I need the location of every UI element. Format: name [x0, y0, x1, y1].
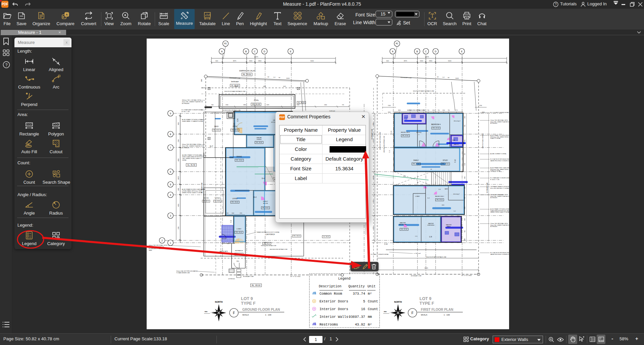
svg-text:GROUND FLOOR PLAN: GROUND FLOOR PLAN — [242, 308, 280, 311]
svg-text:3: 3 — [295, 16, 296, 19]
svg-text:1125: 1125 — [373, 139, 374, 142]
svg-text:BOTHSIDES: BOTHSIDES — [490, 226, 497, 227]
svg-text:WITH 6mm THK. GREEN TINTED: WITH 6mm THK. GREEN TINTED — [490, 169, 509, 170]
svg-text:A1: A1 — [224, 42, 227, 45]
svg-text:24250: 24250 — [178, 176, 179, 180]
svg-text:90°: 90° — [448, 77, 450, 78]
svg-text:Restrooms: Restrooms — [319, 323, 338, 327]
svg-text:2775: 2775 — [455, 110, 458, 111]
svg-text:FFL. 83.20: FFL. 83.20 — [293, 235, 300, 237]
svg-text:1700: 1700 — [479, 105, 482, 106]
svg-text:2525: 2525 — [240, 213, 242, 214]
svg-text:BEDROOM 3: BEDROOM 3 — [401, 131, 410, 133]
svg-text:43.92: 43.92 — [355, 323, 365, 327]
svg-text:2500: 2500 — [178, 227, 179, 229]
svg-text:3075: 3075 — [283, 86, 286, 87]
svg-text:C: C — [425, 50, 427, 53]
svg-text:LANDSCAPE: LANDSCAPE — [219, 250, 228, 252]
svg-text:FAMILY: FAMILY — [413, 160, 419, 161]
svg-text:?: ? — [555, 3, 557, 6]
svg-text:110mm THK. BRICKWALL WITH: 110mm THK. BRICKWALL WITH — [490, 223, 508, 224]
svg-text:250mm THK. BRICKWALL WITH: 250mm THK. BRICKWALL WITH — [490, 194, 508, 195]
svg-text:BOUNDARY LINE: BOUNDARY LINE — [371, 129, 373, 139]
svg-text:WATER PROOFING TO ENGR’S DETAI: WATER PROOFING TO ENGR’S DETAIL — [490, 160, 509, 162]
svg-text:BOUNDARY LINE: BOUNDARY LINE — [487, 182, 488, 193]
svg-text:1600: 1600 — [249, 60, 252, 62]
svg-text:1 : 100: 1 : 100 — [265, 314, 271, 316]
svg-text:3875: 3875 — [404, 60, 407, 62]
svg-text:R.C WALL TO ENGR’S DETAIL: R.C WALL TO ENGR’S DETAIL — [371, 254, 389, 255]
svg-text:20mm THK. CEMENT PLASTER ON: 20mm THK. CEMENT PLASTER ON — [182, 101, 203, 103]
svg-text:A: A — [221, 50, 223, 53]
svg-text:DINING: DINING — [257, 138, 262, 140]
svg-text:GREEN TINTED GLASS TO DETAIL: GREEN TINTED GLASS TO DETAIL — [490, 212, 509, 213]
svg-text:1800: 1800 — [178, 188, 179, 191]
svg-text:RL. 83.00: RL. 83.00 — [252, 284, 261, 286]
svg-text:3050 BUILDING SETBACK LINE: 3050 BUILDING SETBACK LINE — [384, 135, 385, 152]
svg-text:D-7: D-7 — [210, 145, 213, 147]
svg-text:W: 300, T: 300: W: 300, T: 300 — [182, 111, 190, 112]
svg-text:FFL. 87.40: FFL. 87.40 — [413, 163, 419, 165]
svg-text:BOTHSIDES: BOTHSIDES — [490, 197, 497, 198]
svg-text:LOBBY: LOBBY — [237, 228, 242, 230]
svg-text:E: E — [290, 50, 292, 53]
svg-text:ROOM: ROOM — [263, 203, 268, 204]
svg-text:RWH: RWH — [205, 311, 208, 312]
svg-text:FFL. 83.40: FFL. 83.40 — [262, 207, 268, 209]
svg-text:r.c flat roof: r.c flat roof — [414, 252, 421, 254]
svg-text:D: D — [263, 50, 265, 53]
svg-text:STUDY: STUDY — [443, 160, 448, 161]
svg-text:A: A — [392, 50, 394, 53]
svg-text:Count: Count — [368, 300, 378, 303]
svg-text:dressing 4: dressing 4 — [454, 120, 460, 122]
svg-text:E: E — [461, 50, 463, 53]
svg-text:D-5: D-5 — [234, 123, 235, 125]
svg-text:90°: 90° — [437, 76, 439, 78]
svg-text:D-1: D-1 — [237, 261, 239, 262]
svg-text:GLASS PANEL TO MANUF’S DETAIL: GLASS PANEL TO MANUF’S DETAIL — [182, 121, 203, 122]
svg-text:900: 900 — [211, 104, 213, 106]
svg-text:305: 305 — [464, 187, 465, 189]
svg-text:4150: 4150 — [464, 163, 465, 166]
svg-text:5: 5 — [363, 300, 365, 303]
svg-text:mm: mm — [368, 315, 372, 319]
svg-text:2005: 2005 — [442, 205, 444, 206]
svg-text:dn: dn — [431, 169, 432, 170]
svg-text:TYPE F: TYPE F — [241, 301, 256, 306]
svg-text:5.5°: 5.5° — [274, 77, 276, 78]
svg-text:R: 166.67, T: 280: R: 166.67, T: 280 — [490, 179, 499, 180]
svg-text:TO MAIN SEWER LINE: TO MAIN SEWER LINE — [176, 272, 190, 274]
svg-text:LOT 9: LOT 9 — [419, 296, 431, 301]
svg-text:LOT 9: LOT 9 — [241, 296, 253, 301]
svg-text:DECK: DECK — [233, 126, 238, 127]
svg-text:90°: 90° — [279, 77, 281, 78]
svg-text:3050 ROOF EAVE SETBACK LINE: 3050 ROOF EAVE SETBACK LINE — [413, 90, 434, 92]
svg-text:1 : 100: 1 : 100 — [444, 314, 450, 316]
svg-text:B: B — [416, 50, 418, 53]
svg-text:BATH: BATH — [447, 226, 450, 227]
svg-text:1050: 1050 — [442, 110, 445, 111]
svg-text:D: D — [435, 50, 436, 53]
svg-text:2425: 2425 — [266, 104, 269, 106]
svg-text:2300 ROOF EAVE SETBACK: 2300 ROOF EAVE SETBACK — [482, 133, 484, 149]
svg-text:MASTER: MASTER — [400, 222, 405, 224]
svg-text:FFL. 83.50: FFL. 83.50 — [232, 129, 238, 131]
svg-text:GUEST: GUEST — [263, 200, 268, 202]
svg-text:D-4: D-4 — [439, 189, 441, 190]
svg-text:GLASS TO DETAIL: GLASS TO DETAIL — [490, 138, 501, 139]
svg-text:600: 600 — [215, 60, 218, 62]
svg-text:287° 27′ 50″ 19000: 287° 27′ 50″ 19000 — [461, 275, 472, 276]
svg-text:FFL. 83.40: FFL. 83.40 — [256, 142, 262, 143]
svg-text:3950: 3950 — [178, 122, 179, 125]
svg-text:HOLLOWCORE INFILL TO DETAIL: HOLLOWCORE INFILL TO DETAIL — [490, 188, 509, 189]
svg-text:3050 ROOF EAVE SETBACK LINE: 3050 ROOF EAVE SETBACK LINE — [225, 91, 246, 92]
svg-text:1800mm THK. LOW WALL WITH: 1800mm THK. LOW WALL WITH — [182, 100, 201, 101]
svg-text:FFL. 82.70: FFL. 82.70 — [203, 200, 209, 202]
svg-text:BOUNDARY LINE: BOUNDARY LINE — [243, 276, 254, 277]
svg-text:3875: 3875 — [233, 60, 236, 62]
svg-text:CAR PORCH: CAR PORCH — [265, 234, 275, 235]
svg-text:BATH 4: BATH 4 — [454, 143, 459, 145]
svg-text:SIMPANGAN JALAN: SIMPANGAN JALAN — [239, 70, 256, 72]
svg-text:R.C STAIRCASE TO ENGR'S DETAIL: R.C STAIRCASE TO ENGR'S DETAIL — [490, 177, 509, 179]
svg-text:5: 5 — [170, 183, 171, 186]
